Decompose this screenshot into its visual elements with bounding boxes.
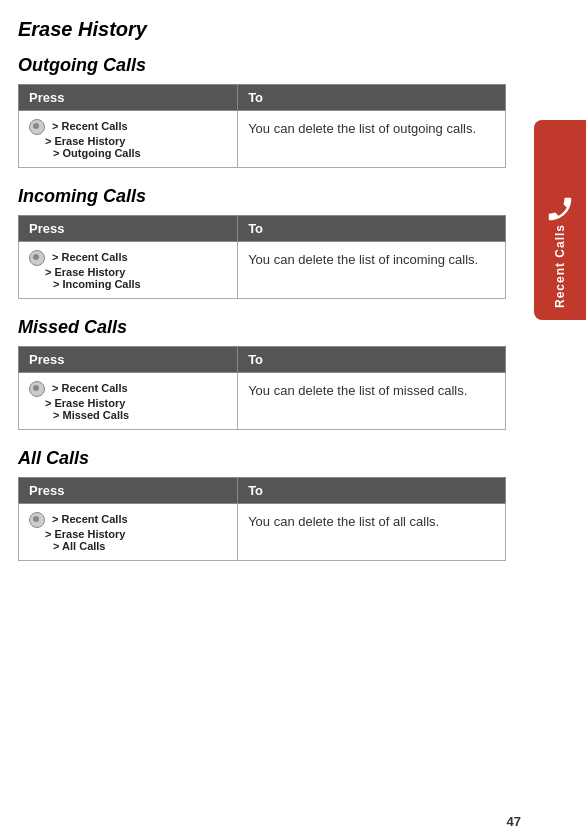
step-allcalls-0: > Recent Calls bbox=[29, 512, 227, 528]
step-incoming-0: > Recent Calls bbox=[29, 250, 227, 266]
main-content: Erase History Outgoing CallsPressTo > Re… bbox=[18, 18, 566, 561]
menu-icon bbox=[29, 250, 45, 266]
press-header-missed: Press bbox=[19, 347, 238, 373]
step-outgoing-1: > Erase History bbox=[29, 135, 227, 147]
step-allcalls-1: > Erase History bbox=[29, 528, 227, 540]
side-tab-label: Recent Calls bbox=[553, 224, 567, 308]
step-allcalls-2: > All Calls bbox=[29, 540, 227, 552]
section-title-incoming: Incoming Calls bbox=[18, 186, 506, 207]
to-cell-outgoing: You can delete the list of outgoing call… bbox=[238, 111, 506, 168]
section-title-outgoing: Outgoing Calls bbox=[18, 55, 506, 76]
sections-container: Outgoing CallsPressTo > Recent Calls> Er… bbox=[18, 55, 506, 561]
press-header-incoming: Press bbox=[19, 216, 238, 242]
press-cell-allcalls: > Recent Calls> Erase History> All Calls bbox=[19, 504, 238, 561]
step-missed-0: > Recent Calls bbox=[29, 381, 227, 397]
to-header-outgoing: To bbox=[238, 85, 506, 111]
menu-icon bbox=[29, 512, 45, 528]
to-cell-missed: You can delete the list of missed calls. bbox=[238, 373, 506, 430]
press-cell-outgoing: > Recent Calls> Erase History> Outgoing … bbox=[19, 111, 238, 168]
section-title-missed: Missed Calls bbox=[18, 317, 506, 338]
to-header-incoming: To bbox=[238, 216, 506, 242]
menu-icon bbox=[29, 381, 45, 397]
table-row: > Recent Calls> Erase History> Incoming … bbox=[19, 242, 506, 299]
to-header-missed: To bbox=[238, 347, 506, 373]
description-outgoing: You can delete the list of outgoing call… bbox=[248, 121, 476, 136]
step-outgoing-0: > Recent Calls bbox=[29, 119, 227, 135]
to-header-allcalls: To bbox=[238, 478, 506, 504]
step-missed-2: > Missed Calls bbox=[29, 409, 227, 421]
table-outgoing: PressTo > Recent Calls> Erase History> O… bbox=[18, 84, 506, 168]
press-cell-missed: > Recent Calls> Erase History> Missed Ca… bbox=[19, 373, 238, 430]
step-outgoing-2: > Outgoing Calls bbox=[29, 147, 227, 159]
table-row: > Recent Calls> Erase History> Missed Ca… bbox=[19, 373, 506, 430]
to-cell-incoming: You can delete the list of incoming call… bbox=[238, 242, 506, 299]
description-allcalls: You can delete the list of all calls. bbox=[248, 514, 439, 529]
menu-icon bbox=[29, 119, 45, 135]
table-missed: PressTo > Recent Calls> Erase History> M… bbox=[18, 346, 506, 430]
description-incoming: You can delete the list of incoming call… bbox=[248, 252, 478, 267]
to-cell-allcalls: You can delete the list of all calls. bbox=[238, 504, 506, 561]
press-header-allcalls: Press bbox=[19, 478, 238, 504]
page-container: Recent Calls Erase History Outgoing Call… bbox=[0, 0, 586, 839]
phone-icon bbox=[545, 194, 575, 224]
step-incoming-1: > Erase History bbox=[29, 266, 227, 278]
press-header-outgoing: Press bbox=[19, 85, 238, 111]
table-row: > Recent Calls> Erase History> All Calls… bbox=[19, 504, 506, 561]
table-allcalls: PressTo > Recent Calls> Erase History> A… bbox=[18, 477, 506, 561]
step-missed-1: > Erase History bbox=[29, 397, 227, 409]
description-missed: You can delete the list of missed calls. bbox=[248, 383, 467, 398]
step-incoming-2: > Incoming Calls bbox=[29, 278, 227, 290]
table-row: > Recent Calls> Erase History> Outgoing … bbox=[19, 111, 506, 168]
table-incoming: PressTo > Recent Calls> Erase History> I… bbox=[18, 215, 506, 299]
page-title: Erase History bbox=[18, 18, 506, 41]
page-number: 47 bbox=[507, 814, 521, 829]
side-tab: Recent Calls bbox=[534, 120, 586, 320]
section-title-allcalls: All Calls bbox=[18, 448, 506, 469]
press-cell-incoming: > Recent Calls> Erase History> Incoming … bbox=[19, 242, 238, 299]
